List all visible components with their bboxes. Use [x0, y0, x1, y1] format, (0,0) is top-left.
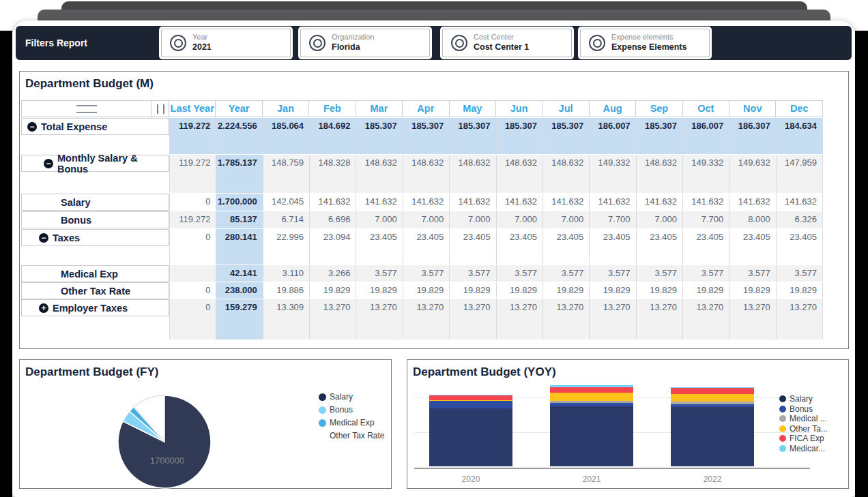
value-cell: 149.332: [683, 155, 729, 193]
stacked-bar-2022[interactable]: [671, 359, 754, 466]
column-resize-handle[interactable]: [152, 100, 169, 117]
column-header-sep[interactable]: Sep: [636, 100, 682, 117]
filter-chip-label: Year: [192, 33, 212, 42]
x-axis-label-2022: 2022: [671, 475, 754, 484]
value-cell: 3.577: [590, 265, 636, 282]
table-label-header[interactable]: [21, 100, 152, 117]
collapse-icon[interactable]: −: [27, 122, 37, 132]
value-cell: 148.328: [310, 155, 356, 193]
value-cell: 13.270: [450, 299, 496, 340]
column-header-last-year[interactable]: Last Year: [169, 100, 216, 117]
row-label-box[interactable]: Other Tax Rate: [21, 282, 169, 299]
row-label-box[interactable]: Salary: [21, 194, 169, 211]
row-label-box[interactable]: −Total Expense: [21, 118, 169, 135]
row-label: Other Tax Rate: [61, 286, 130, 297]
value-cell: 141.632: [590, 194, 636, 211]
row-label-box[interactable]: Medical Exp: [21, 265, 169, 282]
value-cell: 3.577: [356, 265, 403, 282]
filter-chip-value: Expense Elements: [611, 42, 686, 53]
value-cell: 7.000: [450, 211, 496, 228]
bar-legend-item[interactable]: Other Ta...: [779, 424, 828, 434]
bar-legend-item[interactable]: Salary: [779, 394, 813, 404]
value-cell: 148.759: [263, 155, 310, 193]
value-cell: 6.714: [263, 211, 310, 228]
row-label-box[interactable]: −Monthly Salary & Bonus: [21, 155, 169, 172]
grip-icon: [157, 104, 164, 114]
value-cell: 23.405: [497, 229, 543, 265]
pie-legend-item[interactable]: Other Tax Rate: [319, 431, 384, 440]
row-label: Taxes: [53, 232, 80, 243]
value-cell: 23.405: [683, 229, 729, 265]
filter-chip-icon-inner: [455, 39, 464, 48]
filter-chip-icon: [309, 35, 326, 51]
column-header-aug[interactable]: Aug: [590, 100, 636, 117]
row-label-box[interactable]: +Employer Taxes: [21, 299, 169, 316]
filter-chip-expense-elements[interactable]: Expense elementsExpense Elements: [580, 29, 710, 57]
column-header-dec[interactable]: Dec: [776, 100, 822, 117]
bar-legend-item[interactable]: Bonus: [779, 404, 813, 414]
filter-bar: Filters Report Year2021OrganizationFlori…: [16, 26, 852, 60]
value-cell: 141.632: [310, 194, 356, 211]
bar-segment-other-tax-rate: [550, 393, 633, 401]
expand-icon[interactable]: +: [39, 303, 48, 313]
value-cell: 185.307: [497, 118, 543, 154]
column-header-may[interactable]: May: [450, 100, 496, 117]
value-cell: 23.405: [590, 229, 636, 265]
row-label-box[interactable]: Bonus: [21, 211, 169, 228]
filter-chip-cost-center[interactable]: Cost CenterCost Center 1: [442, 29, 572, 57]
stacked-bar-2021[interactable]: [550, 359, 633, 466]
column-header-apr[interactable]: Apr: [403, 100, 449, 117]
legend-swatch: [779, 435, 786, 442]
filter-chip-year[interactable]: Year2021: [161, 29, 291, 57]
column-header-oct[interactable]: Oct: [683, 100, 729, 117]
value-cell: 148.632: [356, 155, 403, 193]
value-cell: 7.700: [590, 211, 636, 228]
value-cell: 1.785.137: [216, 155, 263, 193]
row-label-box[interactable]: −Taxes: [21, 229, 169, 246]
value-cell: 185.064: [263, 118, 310, 154]
filter-chip-text: OrganizationFlorida: [332, 33, 374, 52]
column-header-jul[interactable]: Jul: [542, 100, 589, 117]
filter-chip-icon-inner: [313, 39, 322, 48]
value-cell: 185.307: [403, 118, 450, 154]
panel-department-budget-m: Department Budget (M) Last YearYearJanFe…: [19, 71, 849, 349]
value-cell: 147.959: [777, 155, 823, 193]
pie-legend-item[interactable]: Salary: [319, 392, 353, 402]
legend-swatch: [319, 432, 326, 440]
budget-table: Last YearYearJanFebMarAprMayJunJulAugSep…: [21, 100, 823, 340]
value-cell: 185.307: [450, 118, 496, 154]
value-cell: 0: [169, 299, 216, 340]
legend-swatch: [779, 445, 786, 452]
bar-legend-item[interactable]: Medicar...: [779, 444, 825, 453]
value-cell: 1.700.000: [216, 194, 263, 211]
pie-legend-item[interactable]: Medical Exp: [319, 418, 374, 427]
column-header-nov[interactable]: Nov: [729, 100, 776, 117]
value-cell: 23.405: [543, 229, 590, 265]
column-header-mar[interactable]: Mar: [356, 100, 403, 117]
stacked-bar-2020[interactable]: [429, 359, 512, 466]
value-cell: 3.577: [497, 265, 543, 282]
pie-legend-item[interactable]: Bonus: [319, 405, 353, 415]
column-header-year[interactable]: Year: [216, 100, 262, 117]
bar-legend-item[interactable]: Medical ...: [779, 414, 827, 423]
legend-swatch: [319, 393, 326, 401]
collapse-icon[interactable]: −: [39, 233, 48, 243]
row-label: Bonus: [61, 215, 91, 226]
background-left: [0, 31, 12, 497]
table-row: −Monthly Salary & Bonus119.2721.785.1371…: [21, 155, 823, 193]
row-label-cell: −Taxes: [21, 229, 169, 265]
value-cell: 22.996: [263, 229, 310, 265]
collapse-icon[interactable]: −: [44, 159, 53, 168]
value-cell: 0: [169, 282, 216, 299]
bar-legend-item[interactable]: FICA Exp: [779, 434, 824, 443]
column-header-feb[interactable]: Feb: [309, 100, 356, 117]
value-cell: 13.270: [590, 299, 636, 340]
filter-chip-organization[interactable]: OrganizationFlorida: [300, 29, 430, 57]
filter-chip-text: Expense elementsExpense Elements: [611, 33, 686, 52]
column-header-jun[interactable]: Jun: [496, 100, 542, 117]
row-label-cell: −Monthly Salary & Bonus: [21, 155, 169, 193]
legend-label: Medicar...: [790, 444, 825, 453]
column-header-jan[interactable]: Jan: [263, 100, 309, 117]
value-cell: 141.632: [497, 194, 543, 211]
value-cell: 13.270: [403, 299, 450, 340]
